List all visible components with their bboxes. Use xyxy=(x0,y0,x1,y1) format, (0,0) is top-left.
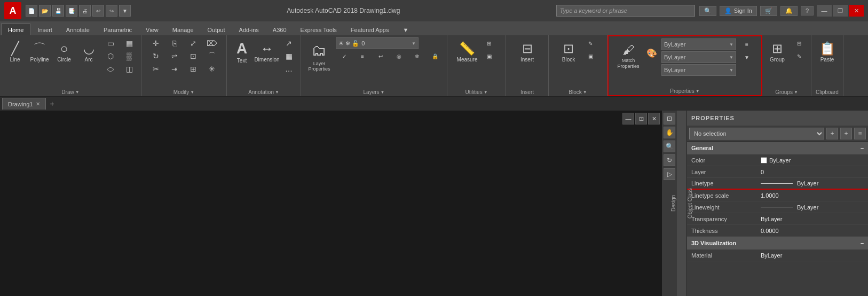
tab-more[interactable]: ▼ xyxy=(396,24,415,35)
pan-btn[interactable]: ✋ xyxy=(664,127,675,138)
modify-dropdown-arrow[interactable]: ▼ xyxy=(190,90,194,95)
view-cube-btn[interactable]: ⊡ xyxy=(664,113,675,124)
general-section-header[interactable]: General – xyxy=(687,142,868,154)
color-dropdown[interactable]: ByLayer ▼ xyxy=(661,38,736,50)
canvas-close-btn[interactable]: ✕ xyxy=(648,113,660,124)
3d-viz-section-header[interactable]: 3D Visualization – xyxy=(687,237,868,250)
leader-button[interactable]: ↗ xyxy=(280,37,297,49)
insert-button[interactable]: ⊟ Insert xyxy=(516,37,539,67)
scale-button[interactable]: ⊡ xyxy=(185,50,202,62)
orbit-btn[interactable]: ↻ xyxy=(664,154,675,166)
dimension-button[interactable]: ↔ Dimension xyxy=(255,37,279,67)
define-attributes-btn[interactable]: ✎ xyxy=(582,37,599,49)
drawing-canvas[interactable]: — ⊡ ✕ ⊡ ✋ 🔍 ↻ ▷ xyxy=(0,111,677,296)
measure-button[interactable]: 📏 Measure xyxy=(455,37,479,67)
layer-freeze-btn[interactable]: ❄ xyxy=(408,50,425,62)
doc-tab-drawing1[interactable]: Drawing1 ✕ xyxy=(2,98,46,110)
array-button[interactable]: ⊞ xyxy=(185,63,202,75)
search-input[interactable]: Type a keyword or phrase xyxy=(556,5,695,17)
minimize-btn[interactable]: — xyxy=(817,5,832,17)
layer-previous-btn[interactable]: ↩ xyxy=(372,50,389,62)
list-view-btn[interactable]: ≡ xyxy=(738,38,755,50)
new-btn[interactable]: 📄 xyxy=(26,5,37,17)
help-btn[interactable]: ? xyxy=(801,6,814,15)
tab-output[interactable]: Output xyxy=(201,24,232,35)
print-btn[interactable]: 🖨 xyxy=(79,5,91,17)
save-btn[interactable]: 💾 xyxy=(52,5,64,17)
anno-more-button[interactable]: … xyxy=(280,63,297,75)
show-motion-btn[interactable]: ▷ xyxy=(664,168,675,180)
make-current-layer-btn[interactable]: ✓ xyxy=(336,50,353,62)
search-icon-btn[interactable]: 🔍 xyxy=(699,6,716,16)
paste-button[interactable]: 📋 Paste xyxy=(816,37,839,67)
tab-home[interactable]: Home xyxy=(1,24,30,35)
color-palette-button[interactable]: 🎨 xyxy=(644,38,659,68)
polygon-button[interactable]: ⬡ xyxy=(102,50,119,62)
ellipse-button[interactable]: ⬭ xyxy=(102,63,119,75)
single-btn[interactable]: ▣ xyxy=(582,50,599,62)
lineweight-dropdown[interactable]: ByLayer ▼ xyxy=(661,64,736,76)
match-properties-button[interactable]: 🖌 MatchProperties xyxy=(614,38,642,75)
boundary-button[interactable]: ◫ xyxy=(121,63,138,75)
layer-isolate-btn[interactable]: ◎ xyxy=(390,50,407,62)
zoom-btn[interactable]: 🔍 xyxy=(664,141,675,152)
block-dropdown-arrow[interactable]: ▼ xyxy=(583,90,587,95)
table-button[interactable]: ▦ xyxy=(280,50,297,62)
tab-featured-apps[interactable]: Featured Apps xyxy=(344,24,396,35)
group-edit-btn[interactable]: ✎ xyxy=(791,50,808,62)
groups-dropdown-arrow[interactable]: ▼ xyxy=(794,90,798,95)
ungroup-btn[interactable]: ⊟ xyxy=(791,37,808,49)
layers-dropdown-arrow[interactable]: ▼ xyxy=(381,90,385,95)
layer-dropdown[interactable]: ☀ ❄ 🔓 0 ▼ xyxy=(336,37,419,49)
more-btn[interactable]: ▼ xyxy=(119,5,131,17)
sign-in-btn[interactable]: 👤 Sign In xyxy=(720,6,757,16)
canvas-minimize-btn[interactable]: — xyxy=(622,113,634,124)
line-button[interactable]: ╱ Line xyxy=(3,37,27,67)
group-button[interactable]: ⊞ Group xyxy=(766,37,789,67)
polyline-button[interactable]: ⌒ Polyline xyxy=(28,37,51,67)
erase-button[interactable]: ⌦ xyxy=(203,37,220,49)
tab-insert[interactable]: Insert xyxy=(30,24,59,35)
selection-dropdown[interactable]: No selection xyxy=(689,128,824,139)
tab-view[interactable]: View xyxy=(139,24,165,35)
draw-dropdown-arrow[interactable]: ▼ xyxy=(75,90,80,95)
utilities-dropdown-arrow[interactable]: ▼ xyxy=(484,90,488,95)
arc-button[interactable]: ◡ Arc xyxy=(77,37,100,67)
undo-btn[interactable]: ↩ xyxy=(92,5,104,17)
doc-tab-add[interactable]: + xyxy=(46,98,58,110)
doc-tab-close[interactable]: ✕ xyxy=(36,101,40,107)
hatch-button[interactable]: ▦ xyxy=(121,37,138,49)
layer-match-btn[interactable]: ≡ xyxy=(354,50,371,62)
rotate-button[interactable]: ↻ xyxy=(147,50,164,62)
block-button[interactable]: ⊡ Block xyxy=(557,37,580,67)
trim-button[interactable]: ✂ xyxy=(147,63,164,75)
text-button[interactable]: A Text xyxy=(230,37,254,67)
open-btn[interactable]: 📂 xyxy=(39,5,51,17)
gradient-button[interactable]: ▒ xyxy=(121,50,138,62)
layer-lock-btn[interactable]: 🔒 xyxy=(427,50,444,62)
layer-properties-button[interactable]: 🗂 LayerProperties xyxy=(304,37,334,76)
prop-tool-btn1[interactable]: + xyxy=(826,128,838,139)
move-button[interactable]: ✛ xyxy=(147,37,164,49)
properties-group-dropdown-arrow[interactable]: ▼ xyxy=(696,89,700,94)
3d-viz-collapse-btn[interactable]: – xyxy=(861,240,864,246)
stretch-button[interactable]: ⤢ xyxy=(185,37,202,49)
restore-btn[interactable]: ❐ xyxy=(833,5,848,17)
mirror-button[interactable]: ⇌ xyxy=(166,50,183,62)
communication-center-btn[interactable]: 🛒 xyxy=(760,6,777,16)
tab-express-tools[interactable]: Express Tools xyxy=(294,24,344,35)
prop-tool-btn3[interactable]: ≡ xyxy=(854,128,866,139)
subscription-btn[interactable]: 🔔 xyxy=(780,6,798,16)
close-btn[interactable]: ✕ xyxy=(849,5,864,17)
annotation-dropdown-arrow[interactable]: ▼ xyxy=(275,90,279,95)
tab-annotate[interactable]: Annotate xyxy=(59,24,97,35)
prop-tool-btn2[interactable]: + xyxy=(840,128,852,139)
rectangle-button[interactable]: ▭ xyxy=(102,37,119,49)
copy-button[interactable]: ⎘ xyxy=(166,37,183,49)
tab-manage[interactable]: Manage xyxy=(165,24,201,35)
tab-addins[interactable]: Add-ins xyxy=(232,24,266,35)
general-collapse-btn[interactable]: – xyxy=(861,145,864,151)
utility-tool1-btn[interactable]: ⊞ xyxy=(480,37,498,49)
redo-btn[interactable]: ↪ xyxy=(106,5,117,17)
linetype-dropdown[interactable]: ByLayer ▼ xyxy=(661,51,736,63)
